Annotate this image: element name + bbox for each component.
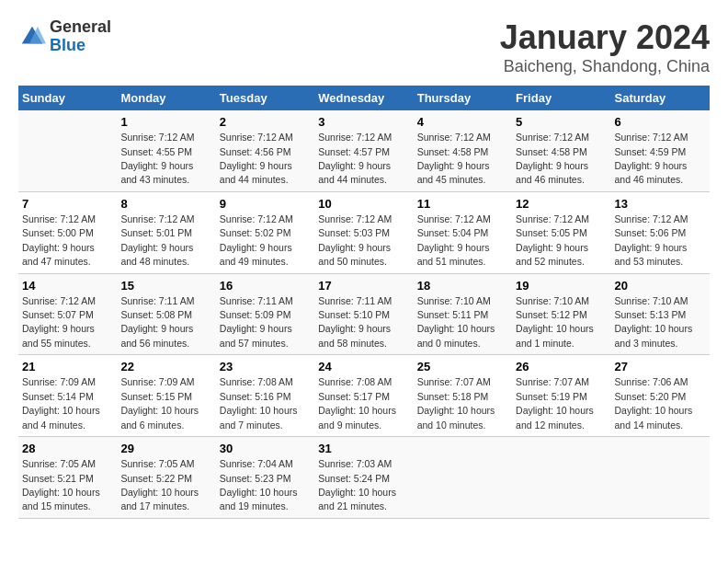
day-number: 6 — [615, 114, 706, 131]
day-info: Daylight: 9 hours — [417, 160, 490, 171]
title-section: January 2024 Baicheng, Shandong, China — [500, 18, 710, 76]
day-info: Sunrise: 7:12 AM — [615, 213, 688, 224]
day-info: Sunrise: 7:03 AM — [318, 458, 392, 469]
day-number: 31 — [318, 441, 409, 457]
weekday-header-row: SundayMondayTuesdayWednesdayThursdayFrid… — [18, 86, 710, 110]
calendar-cell: 30Sunrise: 7:04 AMSunset: 5:23 PMDayligh… — [216, 437, 314, 519]
day-number: 25 — [417, 359, 508, 375]
day-info: Sunrise: 7:12 AM — [220, 132, 293, 143]
calendar-cell: 6Sunrise: 7:12 AMSunset: 4:59 PMDaylight… — [611, 110, 710, 191]
day-info: Daylight: 10 hours — [120, 405, 199, 416]
calendar-cell: 17Sunrise: 7:11 AMSunset: 5:10 PMDayligh… — [314, 273, 413, 355]
day-number: 19 — [516, 278, 607, 294]
day-number: 10 — [318, 196, 409, 213]
logo-general-text: General — [50, 18, 111, 37]
day-info: Sunset: 5:12 PM — [516, 309, 587, 320]
day-info: Sunset: 4:58 PM — [516, 146, 587, 157]
calendar-cell: 8Sunrise: 7:12 AMSunset: 5:01 PMDaylight… — [117, 191, 215, 273]
day-info: Sunrise: 7:12 AM — [417, 213, 491, 224]
day-info: Daylight: 9 hours — [220, 323, 292, 334]
day-info: Daylight: 9 hours — [120, 242, 193, 253]
calendar-cell — [611, 437, 710, 519]
day-info: Sunrise: 7:06 AM — [615, 376, 688, 387]
logo: General Blue — [18, 18, 111, 55]
day-info: Daylight: 9 hours — [516, 242, 588, 253]
weekday-header-saturday: Saturday — [611, 86, 710, 110]
calendar-cell: 9Sunrise: 7:12 AMSunset: 5:02 PMDaylight… — [216, 191, 314, 273]
subtitle: Baicheng, Shandong, China — [500, 57, 710, 76]
day-info: and 57 minutes. — [220, 338, 289, 349]
day-info: Daylight: 9 hours — [417, 242, 490, 253]
day-info: and 49 minutes. — [220, 256, 289, 267]
day-info: Sunrise: 7:12 AM — [318, 213, 392, 224]
day-number: 26 — [516, 359, 607, 375]
day-info: Sunset: 5:10 PM — [318, 309, 390, 320]
day-info: and 47 minutes. — [22, 256, 91, 267]
day-number: 5 — [516, 114, 607, 131]
day-info: Sunrise: 7:12 AM — [22, 295, 96, 306]
day-number: 14 — [22, 278, 113, 294]
day-info: and 19 minutes. — [220, 500, 289, 511]
day-info: and 6 minutes. — [120, 419, 184, 431]
day-info: Daylight: 10 hours — [220, 487, 298, 498]
day-info: Sunset: 4:57 PM — [318, 146, 390, 157]
calendar-cell: 24Sunrise: 7:08 AMSunset: 5:17 PMDayligh… — [314, 355, 413, 437]
day-info: Daylight: 9 hours — [318, 160, 391, 171]
day-info: Daylight: 10 hours — [516, 323, 594, 334]
calendar-cell: 21Sunrise: 7:09 AMSunset: 5:14 PMDayligh… — [18, 355, 117, 437]
day-info: Sunset: 5:13 PM — [615, 309, 687, 320]
logo-text: General Blue — [50, 18, 111, 55]
day-info: Sunset: 5:24 PM — [318, 473, 390, 484]
weekday-header-thursday: Thursday — [414, 86, 512, 110]
day-info: Daylight: 10 hours — [417, 323, 495, 334]
main-title: January 2024 — [500, 18, 710, 57]
day-info: Sunset: 4:59 PM — [615, 146, 687, 157]
day-info: Daylight: 10 hours — [220, 405, 298, 416]
day-info: Sunset: 5:15 PM — [120, 391, 192, 402]
day-info: Daylight: 9 hours — [120, 323, 193, 334]
day-info: Daylight: 10 hours — [22, 487, 100, 498]
day-info: Daylight: 9 hours — [22, 323, 95, 334]
day-info: Sunrise: 7:11 AM — [318, 295, 392, 306]
day-info: Sunrise: 7:10 AM — [516, 295, 589, 306]
day-number: 27 — [615, 359, 706, 375]
day-info: Sunset: 5:09 PM — [220, 309, 291, 320]
day-info: Sunset: 5:01 PM — [120, 227, 192, 238]
calendar-cell: 31Sunrise: 7:03 AMSunset: 5:24 PMDayligh… — [314, 437, 413, 519]
day-number: 20 — [615, 278, 706, 294]
day-info: Daylight: 10 hours — [22, 405, 100, 416]
day-number: 9 — [220, 196, 311, 213]
calendar-cell: 15Sunrise: 7:11 AMSunset: 5:08 PMDayligh… — [117, 273, 215, 355]
calendar-cell: 12Sunrise: 7:12 AMSunset: 5:05 PMDayligh… — [512, 191, 610, 273]
day-info: and 1 minute. — [516, 338, 574, 349]
day-info: Sunset: 5:20 PM — [615, 391, 687, 402]
calendar-cell: 23Sunrise: 7:08 AMSunset: 5:16 PMDayligh… — [216, 355, 314, 437]
day-info: Sunset: 5:14 PM — [22, 391, 94, 402]
weekday-header-wednesday: Wednesday — [314, 86, 413, 110]
calendar-cell: 13Sunrise: 7:12 AMSunset: 5:06 PMDayligh… — [611, 191, 710, 273]
day-info: Sunset: 5:00 PM — [22, 227, 94, 238]
day-info: and 45 minutes. — [417, 174, 486, 185]
day-info: Sunrise: 7:12 AM — [516, 213, 589, 224]
day-info: Daylight: 9 hours — [120, 160, 193, 171]
day-info: and 12 minutes. — [516, 419, 585, 431]
day-info: Sunset: 5:22 PM — [120, 473, 192, 484]
calendar-table: SundayMondayTuesdayWednesdayThursdayFrid… — [18, 86, 710, 519]
week-row-3: 14Sunrise: 7:12 AMSunset: 5:07 PMDayligh… — [18, 273, 710, 355]
calendar-cell: 27Sunrise: 7:06 AMSunset: 5:20 PMDayligh… — [611, 355, 710, 437]
day-info: and 10 minutes. — [417, 419, 486, 431]
day-number: 23 — [220, 359, 311, 375]
day-info: Daylight: 9 hours — [318, 242, 391, 253]
day-info: and 46 minutes. — [516, 174, 585, 185]
day-number: 28 — [22, 441, 113, 457]
day-info: and 44 minutes. — [220, 174, 289, 185]
week-row-5: 28Sunrise: 7:05 AMSunset: 5:21 PMDayligh… — [18, 437, 710, 519]
calendar-cell: 7Sunrise: 7:12 AMSunset: 5:00 PMDaylight… — [18, 191, 117, 273]
day-info: Sunrise: 7:12 AM — [120, 213, 194, 224]
day-info: and 14 minutes. — [615, 419, 684, 431]
weekday-header-monday: Monday — [117, 86, 215, 110]
day-info: Sunrise: 7:10 AM — [615, 295, 688, 306]
day-info: Sunrise: 7:12 AM — [22, 213, 96, 224]
day-info: Sunset: 4:55 PM — [120, 146, 192, 157]
calendar-cell: 20Sunrise: 7:10 AMSunset: 5:13 PMDayligh… — [611, 273, 710, 355]
